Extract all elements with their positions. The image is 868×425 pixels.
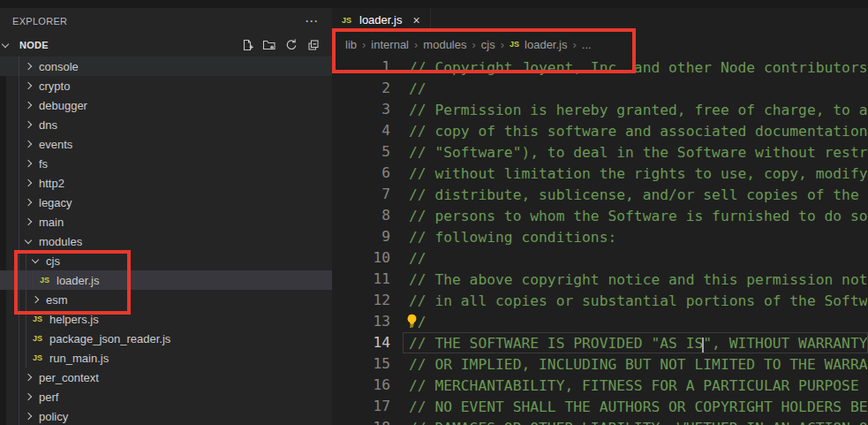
tree-row-label: per_context <box>39 371 99 384</box>
line-number: 2 <box>332 78 390 99</box>
lightbulb-icon[interactable] <box>404 314 419 332</box>
tab-loader-js[interactable]: JS loader.js × <box>332 8 431 32</box>
breadcrumb-item-lib[interactable]: lib <box>345 38 357 51</box>
chevron-right-icon[interactable] <box>25 199 32 206</box>
tree-row-label: console <box>39 60 79 73</box>
code-line: 3 // Permission is hereby granted, free … <box>332 99 868 120</box>
tree-row-perf[interactable]: perf <box>0 387 332 406</box>
text-cursor <box>702 338 704 353</box>
line-content: // without limitation the rights to use,… <box>403 163 868 184</box>
line-number: 14 <box>332 332 390 353</box>
js-file-icon: JS <box>33 315 46 323</box>
breadcrumb-item--[interactable]: ... <box>582 38 592 51</box>
line-content: // distribute, sublicense, and/or sell c… <box>403 184 868 205</box>
comment-text: // MERCHANTABILITY, FITNESS FOR A PARTIC… <box>409 377 868 394</box>
node-section-header[interactable]: NODE <box>0 34 332 57</box>
chevron-right-icon[interactable] <box>25 102 32 109</box>
new-file-icon[interactable] <box>240 38 254 52</box>
tree-row-package-json-reader-js[interactable]: JSpackage_json_reader.js <box>0 329 332 348</box>
tab-label: loader.js <box>359 13 402 27</box>
line-number: 12 <box>332 290 390 311</box>
tree-row-loader-js[interactable]: JSloader.js <box>0 270 332 290</box>
close-icon[interactable]: × <box>412 13 419 27</box>
breadcrumb-item-modules[interactable]: modules <box>423 38 466 51</box>
tree-row-label: crypto <box>39 80 70 93</box>
code-area[interactable]: 1 // Copyright Joyent, Inc. and other No… <box>332 57 868 425</box>
comment-text: // <box>409 80 426 97</box>
chevron-right-icon[interactable] <box>25 374 32 381</box>
more-actions-icon[interactable]: ⋯ <box>305 17 318 26</box>
js-file-icon: JS <box>509 40 522 49</box>
tree-row-label: package_json_reader.js <box>49 332 170 345</box>
line-content: // <box>403 78 868 99</box>
tree-row-run-main-js[interactable]: JSrun_main.js <box>0 348 332 368</box>
tree-row-legacy[interactable]: legacy <box>0 193 332 212</box>
collapse-folders-icon[interactable] <box>306 38 321 52</box>
comment-text: // THE SOFTWARE IS PROVIDED "AS IS", WIT… <box>409 335 868 352</box>
line-number: 1 <box>332 57 390 78</box>
line-content: // MERCHANTABILITY, FITNESS FOR A PARTIC… <box>403 375 868 396</box>
node-section-title: NODE <box>19 40 49 50</box>
line-content: // OR IMPLIED, INCLUDING BUT NOT LIMITED… <box>403 353 868 375</box>
chevron-right-icon[interactable] <box>25 160 32 167</box>
comment-text: // persons to whom the Software is furni… <box>409 208 868 224</box>
tree-row-esm[interactable]: esm <box>0 290 332 309</box>
comment-text: // distribute, sublicense, and/or sell c… <box>409 186 868 203</box>
chevron-down-icon[interactable] <box>25 236 32 243</box>
tree-row-helpers-js[interactable]: JShelpers.js <box>0 309 332 329</box>
line-number: 11 <box>332 269 390 290</box>
chevron-down-icon[interactable] <box>32 255 39 262</box>
comment-text: // DAMAGES OR OTHER LIABILITY, WHETHER I… <box>409 420 868 425</box>
chevron-right-icon[interactable] <box>25 413 32 420</box>
tree-row-modules[interactable]: modules <box>0 231 332 251</box>
chevron-right-icon[interactable] <box>25 393 32 400</box>
line-content: // persons to whom the Software is furni… <box>403 205 868 226</box>
refresh-icon[interactable] <box>284 38 298 52</box>
chevron-right-icon[interactable] <box>25 121 32 128</box>
tree-row-fs[interactable]: fs <box>0 154 332 173</box>
chevron-right-icon[interactable] <box>25 63 32 70</box>
window-top-strip <box>0 0 868 8</box>
chevron-right-icon[interactable] <box>32 296 39 303</box>
chevron-right-icon[interactable] <box>25 179 32 186</box>
breadcrumb-item-internal[interactable]: internal <box>371 38 409 51</box>
line-number: 8 <box>332 205 390 226</box>
tree-row-events[interactable]: events <box>0 134 332 154</box>
tree-row-label: fs <box>39 157 48 171</box>
line-content: // copy of this software and associated … <box>403 120 868 141</box>
breadcrumb-item-cjs[interactable]: cjs <box>481 38 495 51</box>
line-content: // <box>403 311 868 332</box>
line-content: // in all copies or substantial portions… <box>403 290 868 311</box>
tree-row-debugger[interactable]: debugger <box>0 95 332 115</box>
tree-row-cjs[interactable]: cjs <box>0 251 332 270</box>
tree-row-http2[interactable]: http2 <box>0 173 332 193</box>
chevron-right-icon[interactable] <box>25 140 32 148</box>
line-number: 15 <box>332 353 390 375</box>
breadcrumb-separator-icon: › <box>472 38 475 51</box>
breadcrumb-item-loader-js[interactable]: loader.js <box>525 38 567 51</box>
comment-text: // NO EVENT SHALL THE AUTHORS OR COPYRIG… <box>409 398 868 415</box>
tree-row-per-context[interactable]: per_context <box>0 368 332 387</box>
chevron-right-icon[interactable] <box>25 82 32 89</box>
comment-text: // OR IMPLIED, INCLUDING BUT NOT LIMITED… <box>409 356 868 373</box>
editor-group: JS loader.js × lib›internal›modules›cjs›… <box>332 8 868 425</box>
chevron-right-icon[interactable] <box>25 218 32 225</box>
line-number: 9 <box>332 226 390 247</box>
tree-row-policy[interactable]: policy <box>0 406 332 425</box>
comment-text: // <box>409 250 426 267</box>
code-line: 16 // MERCHANTABILITY, FITNESS FOR A PAR… <box>332 375 868 396</box>
explorer-toolbar <box>240 38 332 52</box>
line-number: 18 <box>332 417 390 425</box>
tree-row-console[interactable]: console <box>0 57 332 76</box>
indent-guide <box>33 270 34 290</box>
line-number: 7 <box>332 184 390 205</box>
line-number: 4 <box>332 120 390 141</box>
new-folder-icon[interactable] <box>262 38 276 52</box>
breadcrumb-separator-icon: › <box>414 38 418 51</box>
tree-row-crypto[interactable]: crypto <box>0 76 332 95</box>
tree-row-dns[interactable]: dns <box>0 115 332 134</box>
tree-row-label: run_main.js <box>49 352 109 365</box>
tree-row-main[interactable]: main <box>0 212 332 231</box>
line-content: // Permission is hereby granted, free of… <box>403 99 868 120</box>
js-file-icon: JS <box>40 276 53 285</box>
